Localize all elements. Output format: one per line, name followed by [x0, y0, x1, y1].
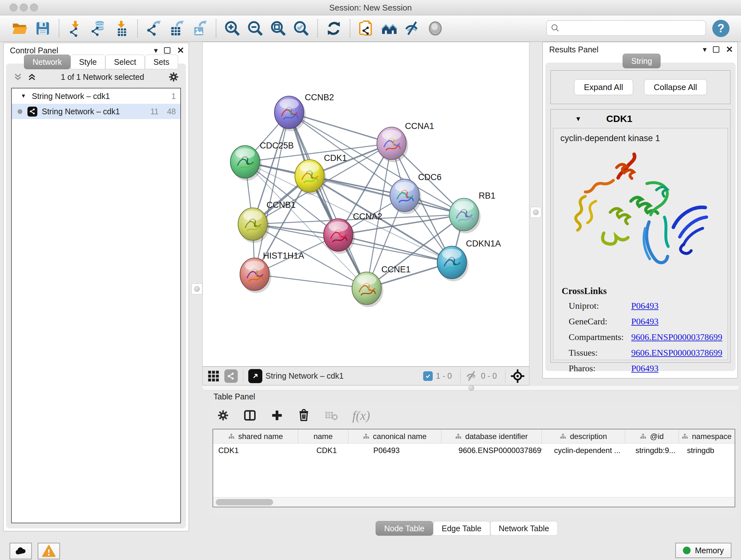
genecard-link[interactable]: P06493 [631, 316, 659, 327]
column-header[interactable]: name [298, 429, 348, 443]
close-panel-icon[interactable]: ✕ [726, 45, 733, 54]
cloud-icon [14, 544, 27, 558]
tab-node-table[interactable]: Node Table [376, 521, 433, 536]
clone-network-button[interactable] [356, 18, 376, 38]
zoom-fit-button[interactable] [268, 18, 288, 38]
node-label-CCNA1: CCNA1 [405, 121, 434, 131]
import-table-button[interactable] [111, 18, 131, 38]
compartments-link[interactable]: 9606.ENSP00000378699 [631, 332, 722, 342]
table-horizontal-scrollbar[interactable] [213, 497, 735, 507]
zoom-selected-button[interactable] [291, 18, 311, 38]
import-network-file-button[interactable] [65, 18, 85, 38]
gear-icon[interactable] [217, 409, 229, 422]
grid-view-icon[interactable] [207, 370, 220, 382]
network-node-CCNB2[interactable] [274, 96, 306, 131]
horizontal-splitter[interactable] [202, 385, 738, 390]
selected-checkbox-icon[interactable] [423, 371, 433, 381]
add-column-icon[interactable] [271, 409, 283, 422]
network-node-CCNE1[interactable] [352, 272, 383, 307]
cloud-button[interactable] [10, 543, 32, 559]
node-label-CCNB2: CCNB2 [305, 92, 334, 102]
zoom-out-button[interactable] [246, 18, 265, 38]
export-network-button[interactable] [144, 18, 164, 38]
network-node-HIST1H1A[interactable] [240, 258, 271, 293]
gene-collapse-icon[interactable]: ▼ [575, 115, 582, 123]
warning-button[interactable] [38, 543, 60, 559]
network-view-title: String Network – cdk1 [266, 371, 423, 381]
birdseye-crosshair-icon[interactable] [511, 369, 525, 383]
network-collection-row[interactable]: ▼ String Network – cdk1 1 [12, 88, 180, 104]
network-node-RB1[interactable] [449, 198, 481, 233]
window-zoom-button[interactable] [30, 3, 38, 11]
network-collection-name: String Network – cdk1 [32, 91, 163, 101]
node-table[interactable]: shared name name canonical name database… [212, 429, 735, 507]
zoom-out-icon [247, 20, 264, 37]
column-header[interactable]: database identifier [441, 429, 542, 443]
column-header[interactable]: @id [625, 429, 679, 443]
gear-icon[interactable] [168, 71, 179, 82]
tab-sets[interactable]: Sets [145, 55, 178, 69]
export-table-button[interactable] [167, 18, 187, 38]
hide-selected-button[interactable] [402, 18, 422, 38]
save-session-button[interactable] [33, 18, 53, 38]
show-all-button[interactable] [425, 18, 445, 38]
right-splitter-handle[interactable] [530, 207, 541, 218]
hidden-count: 0 - 0 [481, 371, 497, 381]
scrollbar-thumb[interactable] [216, 499, 273, 505]
panel-menu-icon[interactable]: ▾ [703, 45, 706, 54]
search-input[interactable] [560, 23, 697, 33]
float-panel-icon[interactable] [164, 47, 171, 54]
close-panel-icon[interactable]: ✕ [177, 46, 184, 55]
toolbar-search [546, 20, 706, 36]
first-neighbors-button[interactable] [380, 18, 399, 38]
table-header-row: shared name name canonical name database… [213, 429, 735, 443]
network-view-toolbar: String Network – cdk1 1 - 0 0 - 0 [202, 367, 529, 385]
tab-string[interactable]: String [623, 54, 661, 68]
import-network-database-button[interactable] [88, 18, 108, 38]
expand-all-button[interactable]: Expand All [574, 79, 633, 95]
collapse-all-icon[interactable] [13, 72, 23, 82]
tab-network-table[interactable]: Network Table [490, 521, 558, 536]
control-panel-tabs: Network Style Select Sets [24, 55, 178, 69]
network-node-CDK1[interactable] [295, 160, 326, 195]
delete-column-icon[interactable] [297, 409, 310, 422]
split-columns-icon[interactable] [243, 409, 257, 422]
tab-edge-table[interactable]: Edge Table [433, 521, 490, 536]
network-node-CDC25B[interactable] [230, 145, 262, 181]
column-header[interactable]: description [542, 429, 625, 443]
network-node-CDKN1A[interactable] [437, 246, 468, 281]
window-minimize-button[interactable] [20, 3, 28, 11]
left-splitter-handle[interactable] [192, 284, 202, 294]
expand-all-icon[interactable] [27, 72, 37, 82]
help-button[interactable]: ? [712, 20, 730, 37]
title-bar: Session: New Session [0, 0, 741, 15]
export-image-button[interactable] [190, 18, 210, 38]
main-toolbar: ? [0, 15, 741, 42]
column-header[interactable]: canonical name [348, 429, 441, 443]
tab-network[interactable]: Network [24, 55, 71, 69]
collapse-all-button[interactable]: Collapse All [644, 79, 707, 95]
network-node-CCNA1[interactable] [377, 127, 408, 162]
window-close-button[interactable] [10, 3, 17, 11]
zoom-in-button[interactable] [222, 18, 242, 38]
memory-button[interactable]: Memory [675, 543, 731, 558]
network-canvas[interactable]: CCNB2CCNA1CDC25BCDK1CDC6RB1CCNB1CCNA2CDK… [202, 42, 529, 367]
pharos-link[interactable]: P06493 [631, 363, 659, 374]
network-share-icon[interactable] [224, 369, 238, 383]
tissues-link[interactable]: 9606.ENSP00000378699 [631, 348, 722, 358]
tab-style[interactable]: Style [71, 55, 106, 69]
float-panel-icon[interactable] [713, 46, 719, 53]
refresh-button[interactable] [324, 18, 344, 38]
column-header[interactable]: shared name [213, 429, 298, 443]
open-session-button[interactable] [10, 18, 30, 38]
table-row[interactable]: CDK1 CDK1 P06493 9606.ENSP00000378699 cy… [213, 443, 735, 457]
tree-expand-icon[interactable]: ▼ [21, 93, 26, 99]
network-node-CDC6[interactable] [390, 179, 421, 214]
tab-select[interactable]: Select [105, 55, 145, 69]
network-row[interactable]: String Network – cdk1 11 48 [12, 104, 180, 119]
network-bullet-icon [17, 109, 22, 114]
panel-menu-icon[interactable]: ▾ [154, 46, 158, 55]
column-header[interactable]: namespace [679, 429, 735, 443]
uniprot-link[interactable]: P06493 [631, 301, 659, 311]
detach-view-icon[interactable] [248, 369, 262, 383]
